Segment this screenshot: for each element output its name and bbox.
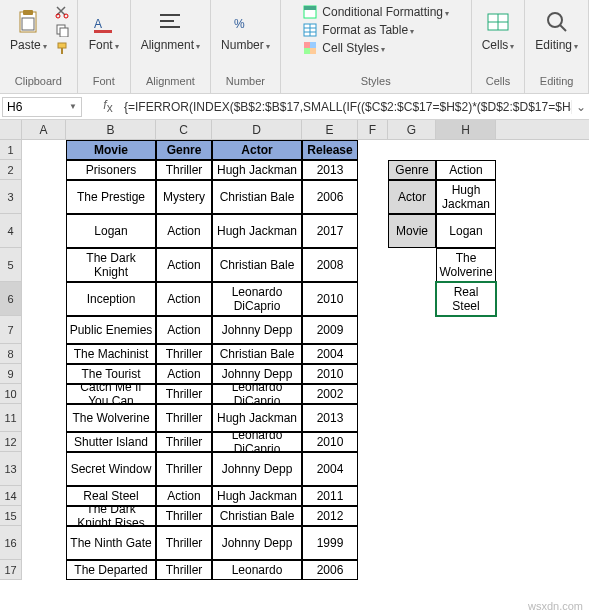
cell-main-6-C[interactable]: Action (156, 282, 212, 316)
cell-main-12-C[interactable]: Thriller (156, 432, 212, 452)
cell-main-4-D[interactable]: Hugh Jackman (212, 214, 302, 248)
row-header-1[interactable]: 1 (0, 140, 21, 160)
format-as-table-button[interactable]: Format as Table (302, 22, 414, 38)
row-header-6[interactable]: 6 (0, 282, 21, 316)
cell-main-11-D[interactable]: Hugh Jackman (212, 404, 302, 432)
col-header-H[interactable]: H (436, 120, 496, 139)
cell-main-10-C[interactable]: Thriller (156, 384, 212, 404)
row-header-13[interactable]: 13 (0, 452, 21, 486)
cell-main-12-D[interactable]: Leonardo DiCaprio (212, 432, 302, 452)
row-header-7[interactable]: 7 (0, 316, 21, 344)
cell-main-17-B[interactable]: The Departed (66, 560, 156, 580)
row-header-16[interactable]: 16 (0, 526, 21, 560)
cell-main-5-B[interactable]: The Dark Knight (66, 248, 156, 282)
row-header-5[interactable]: 5 (0, 248, 21, 282)
cell-main-8-B[interactable]: The Machinist (66, 344, 156, 364)
cell-main-15-C[interactable]: Thriller (156, 506, 212, 526)
cut-button[interactable] (53, 4, 71, 20)
cell-main-10-E[interactable]: 2002 (302, 384, 358, 404)
alignment-button[interactable]: Alignment (137, 4, 204, 54)
col-header-G[interactable]: G (388, 120, 436, 139)
expand-formula-bar[interactable]: ⌄ (571, 100, 589, 114)
column-headers[interactable]: ABCDEFGH (22, 120, 589, 140)
row-header-17[interactable]: 17 (0, 560, 21, 580)
cell-main-2-C[interactable]: Thriller (156, 160, 212, 180)
cell-main-8-D[interactable]: Christian Bale (212, 344, 302, 364)
side-label-movie[interactable]: Movie (388, 214, 436, 248)
row-header-8[interactable]: 8 (0, 344, 21, 364)
cell-main-12-E[interactable]: 2010 (302, 432, 358, 452)
cell-main-14-B[interactable]: Real Steel (66, 486, 156, 506)
cell-main-7-C[interactable]: Action (156, 316, 212, 344)
cells-button[interactable]: Cells (478, 4, 519, 54)
cell-main-16-E[interactable]: 1999 (302, 526, 358, 560)
row-header-3[interactable]: 3 (0, 180, 21, 214)
side-value-2[interactable]: Action (436, 160, 496, 180)
col-header-D[interactable]: D (212, 120, 302, 139)
side-value-6[interactable]: Real Steel (436, 282, 496, 316)
row-headers[interactable]: 1234567891011121314151617 (0, 140, 22, 580)
cell-main-3-E[interactable]: 2006 (302, 180, 358, 214)
cell-main-14-C[interactable]: Action (156, 486, 212, 506)
editing-button[interactable]: Editing (531, 4, 582, 54)
formula-bar[interactable]: {=IFERROR(INDEX($B$2:$B$17,SMALL(IF(($C$… (118, 98, 571, 116)
col-header-C[interactable]: C (156, 120, 212, 139)
header-genre[interactable]: Genre (156, 140, 212, 160)
cell-main-3-C[interactable]: Mystery (156, 180, 212, 214)
cell-main-8-C[interactable]: Thriller (156, 344, 212, 364)
col-header-A[interactable]: A (22, 120, 66, 139)
cell-main-6-D[interactable]: Leonardo DiCaprio (212, 282, 302, 316)
cell-main-11-E[interactable]: 2013 (302, 404, 358, 432)
cell-main-4-E[interactable]: 2017 (302, 214, 358, 248)
cell-main-17-E[interactable]: 2006 (302, 560, 358, 580)
cell-main-4-B[interactable]: Logan (66, 214, 156, 248)
cell-main-9-E[interactable]: 2010 (302, 364, 358, 384)
side-label-actor[interactable]: Actor (388, 180, 436, 214)
fx-button[interactable]: fx (98, 98, 118, 115)
conditional-formatting-button[interactable]: Conditional Formatting (302, 4, 449, 20)
cell-main-2-D[interactable]: Hugh Jackman (212, 160, 302, 180)
row-header-12[interactable]: 12 (0, 432, 21, 452)
header-release[interactable]: Release (302, 140, 358, 160)
row-header-4[interactable]: 4 (0, 214, 21, 248)
number-button[interactable]: % Number (217, 4, 274, 54)
side-value-3[interactable]: Hugh Jackman (436, 180, 496, 214)
cell-main-14-D[interactable]: Hugh Jackman (212, 486, 302, 506)
cell-main-2-E[interactable]: 2013 (302, 160, 358, 180)
side-value-5[interactable]: The Wolverine (436, 248, 496, 282)
cell-main-3-B[interactable]: The Prestige (66, 180, 156, 214)
font-button[interactable]: A Font (84, 4, 124, 54)
copy-button[interactable] (53, 22, 71, 38)
cell-main-2-B[interactable]: Prisoners (66, 160, 156, 180)
cell-main-15-E[interactable]: 2012 (302, 506, 358, 526)
cell-main-10-B[interactable]: Catch Me If You Can (66, 384, 156, 404)
cell-main-5-D[interactable]: Christian Bale (212, 248, 302, 282)
cell-main-16-D[interactable]: Johnny Depp (212, 526, 302, 560)
cell-main-15-D[interactable]: Christian Bale (212, 506, 302, 526)
cell-main-3-D[interactable]: Christian Bale (212, 180, 302, 214)
paste-button[interactable]: Paste (6, 4, 51, 56)
cell-main-16-B[interactable]: The Ninth Gate (66, 526, 156, 560)
cell-main-11-C[interactable]: Thriller (156, 404, 212, 432)
cell-main-13-E[interactable]: 2004 (302, 452, 358, 486)
row-header-14[interactable]: 14 (0, 486, 21, 506)
col-header-B[interactable]: B (66, 120, 156, 139)
cell-main-13-B[interactable]: Secret Window (66, 452, 156, 486)
side-value-4[interactable]: Logan (436, 214, 496, 248)
cell-main-11-B[interactable]: The Wolverine (66, 404, 156, 432)
name-box[interactable]: H6▼ (2, 97, 82, 117)
header-movie[interactable]: Movie (66, 140, 156, 160)
header-actor[interactable]: Actor (212, 140, 302, 160)
format-painter-button[interactable] (53, 40, 71, 56)
row-header-9[interactable]: 9 (0, 364, 21, 384)
row-header-15[interactable]: 15 (0, 506, 21, 526)
cell-main-7-B[interactable]: Public Enemies (66, 316, 156, 344)
cell-main-7-D[interactable]: Johnny Depp (212, 316, 302, 344)
row-header-2[interactable]: 2 (0, 160, 21, 180)
cell-main-6-E[interactable]: 2010 (302, 282, 358, 316)
cell-main-13-D[interactable]: Johnny Depp (212, 452, 302, 486)
cell-main-9-C[interactable]: Action (156, 364, 212, 384)
cell-main-10-D[interactable]: Leonardo DiCaprio (212, 384, 302, 404)
col-header-E[interactable]: E (302, 120, 358, 139)
cell-main-14-E[interactable]: 2011 (302, 486, 358, 506)
